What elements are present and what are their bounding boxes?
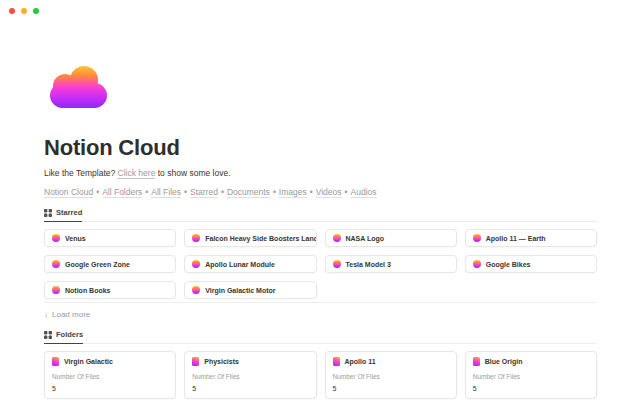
down-arrow-icon: ↓ xyxy=(44,310,48,319)
breadcrumb-link-starred[interactable]: Starred xyxy=(190,187,218,198)
property-label: Number Of Files xyxy=(473,373,589,380)
load-more-label: Load more xyxy=(52,310,90,319)
file-gradient-icon xyxy=(473,234,481,242)
file-card-title: Google Bikes xyxy=(486,261,531,268)
tab-starred[interactable]: Starred xyxy=(44,208,82,222)
file-gradient-icon xyxy=(52,234,60,242)
breadcrumb-link-all-folders[interactable]: All Folders xyxy=(102,187,142,198)
property-value: 5 xyxy=(473,385,589,392)
file-card[interactable]: Tesla Model 3 xyxy=(325,255,457,273)
window-controls xyxy=(9,8,39,14)
folder-card-title: Virgin Galactic xyxy=(64,358,113,365)
property-label: Number Of Files xyxy=(52,373,168,380)
page-content: Notion Cloud Like the Template? Click he… xyxy=(44,0,597,400)
file-card[interactable]: Venus xyxy=(44,229,176,247)
folder-card[interactable]: Physicists Number Of Files 5 xyxy=(184,351,316,399)
load-more-button[interactable]: ↓ Load more xyxy=(44,310,90,319)
folder-card-title: Blue Origin xyxy=(485,358,523,365)
file-card[interactable]: NASA Logo xyxy=(325,229,457,247)
zoom-button[interactable] xyxy=(33,8,39,14)
file-card[interactable]: Google Bikes xyxy=(465,255,597,273)
file-gradient-icon xyxy=(333,234,341,242)
folder-card[interactable]: Blue Origin Number Of Files 5 xyxy=(465,351,597,399)
file-card-title: Falcon Heavy Side Boosters Landings xyxy=(205,235,316,242)
file-gradient-icon xyxy=(333,260,341,268)
file-card-title: Google Green Zone xyxy=(65,261,130,268)
breadcrumb-link-audios[interactable]: Audios xyxy=(351,187,377,198)
folders-section-header: Folders xyxy=(44,330,597,344)
file-gradient-icon xyxy=(52,260,60,268)
file-gradient-icon xyxy=(192,234,200,242)
close-button[interactable] xyxy=(9,8,15,14)
property-value: 5 xyxy=(52,385,168,392)
folders-gallery: Virgin Galactic Number Of Files 5 Physic… xyxy=(44,351,597,400)
property-value: 5 xyxy=(333,385,449,392)
file-card[interactable]: Falcon Heavy Side Boosters Landings xyxy=(184,229,316,247)
starred-gallery: Venus Falcon Heavy Side Boosters Landing… xyxy=(44,229,597,303)
folder-card-title: Apollo 11 xyxy=(345,358,376,365)
folder-card[interactable]: Apollo 11 Number Of Files 5 xyxy=(325,351,457,399)
page-subtitle: Like the Template? Click here to show so… xyxy=(44,168,597,178)
file-card[interactable]: Google Green Zone xyxy=(44,255,176,273)
breadcrumb: Notion Cloud•All Folders•All Files•Starr… xyxy=(44,187,597,197)
page-cloud-icon[interactable] xyxy=(50,66,107,108)
folder-card-title: Physicists xyxy=(204,358,239,365)
folder-gradient-icon xyxy=(473,357,480,366)
tab-folders-label: Folders xyxy=(56,330,83,339)
file-card-title: NASA Logo xyxy=(346,235,385,242)
folder-gradient-icon xyxy=(52,357,59,366)
file-gradient-icon xyxy=(192,260,200,268)
file-gradient-icon xyxy=(473,260,481,268)
minimize-button[interactable] xyxy=(21,8,27,14)
tab-folders[interactable]: Folders xyxy=(44,330,83,344)
file-gradient-icon xyxy=(52,286,60,294)
property-label: Number Of Files xyxy=(192,373,308,380)
property-label: Number Of Files xyxy=(333,373,449,380)
starred-section-header: Starred xyxy=(44,208,597,222)
file-card[interactable]: Apollo 11 — Earth xyxy=(465,229,597,247)
file-gradient-icon xyxy=(192,286,200,294)
folder-gradient-icon xyxy=(333,357,340,366)
file-card-title: Tesla Model 3 xyxy=(346,261,391,268)
subtitle-text: to show some love. xyxy=(158,168,231,178)
gallery-view-icon xyxy=(44,209,52,217)
click-here-link[interactable]: Click here xyxy=(118,168,156,179)
breadcrumb-link-all-files[interactable]: All Files xyxy=(151,187,181,198)
file-card-title: Apollo 11 — Earth xyxy=(486,235,546,242)
breadcrumb-link-images[interactable]: Images xyxy=(279,187,307,198)
gallery-view-icon xyxy=(44,331,52,339)
file-card-title: Apollo Lunar Module xyxy=(205,261,275,268)
breadcrumb-link-notion-cloud[interactable]: Notion Cloud xyxy=(44,187,93,198)
breadcrumb-link-documents[interactable]: Documents xyxy=(227,187,270,198)
property-value: 5 xyxy=(192,385,308,392)
file-card-title: Virgin Galactic Motor xyxy=(205,287,275,294)
subtitle-text: Like the Template? xyxy=(44,168,115,178)
tab-starred-label: Starred xyxy=(56,208,82,217)
file-card[interactable]: Virgin Galactic Motor xyxy=(184,281,316,299)
page-title: Notion Cloud xyxy=(44,135,597,161)
folder-gradient-icon xyxy=(192,357,199,366)
file-card[interactable]: Apollo Lunar Module xyxy=(184,255,316,273)
folder-card[interactable]: Virgin Galactic Number Of Files 5 xyxy=(44,351,176,399)
breadcrumb-link-videos[interactable]: Videos xyxy=(316,187,342,198)
file-card[interactable]: Notion Books xyxy=(44,281,176,299)
file-card-title: Notion Books xyxy=(65,287,111,294)
file-card-title: Venus xyxy=(65,235,86,242)
